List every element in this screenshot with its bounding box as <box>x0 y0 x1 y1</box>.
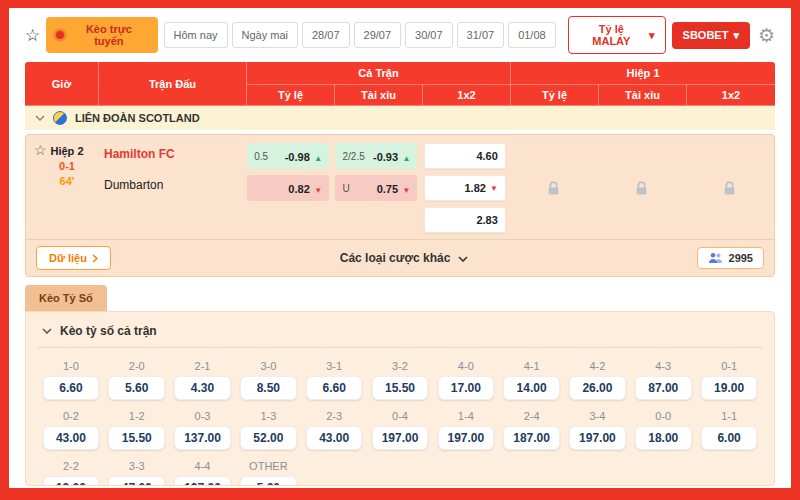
other-bets-toggle[interactable]: Các loại cược khác <box>111 251 697 265</box>
ft-overunder-column: 2/2.5 -0.93 ▲ U 0.75 ▼ <box>332 143 420 233</box>
odds-down-icon: ▼ <box>403 186 411 195</box>
live-odds-button[interactable]: Kèo trực tuyến <box>46 17 157 53</box>
score-odds-button[interactable]: 26.00 <box>569 376 626 400</box>
under-label: U <box>342 183 349 194</box>
chevron-down-icon <box>35 115 45 121</box>
date-tab[interactable]: 30/07 <box>405 22 453 48</box>
score-odds-button[interactable]: 4.30 <box>174 376 231 400</box>
score-odds-button[interactable]: 14.00 <box>503 376 560 400</box>
score-odds-button[interactable]: 5.60 <box>108 376 165 400</box>
score-odds-button[interactable]: 197.00 <box>372 426 429 450</box>
live-odds-label: Kèo trực tuyến <box>70 23 147 47</box>
date-tab[interactable]: 31/07 <box>457 22 505 48</box>
viewers-badge[interactable]: 2995 <box>697 247 764 269</box>
score-odds-button[interactable]: 187.00 <box>503 426 560 450</box>
score-cell: 43.00 <box>301 425 367 454</box>
match-info-column: ☆ Hiệp 2 0-1 64' <box>26 143 98 233</box>
score-label: 2-1 <box>170 354 236 375</box>
bookmaker-dropdown[interactable]: SBOBET ▾ <box>672 22 750 49</box>
tab-correct-score[interactable]: Kèo Tỷ Số <box>25 285 107 311</box>
score-cell: 5.60 <box>235 475 301 486</box>
score-cell <box>565 475 631 486</box>
handicap-home-odds[interactable]: 0.5 -0.98 ▲ <box>247 143 329 169</box>
ft-handicap-column: 0.5 -0.98 ▲ 0.82 ▼ <box>244 143 332 233</box>
score-cell: 197.00 <box>170 475 236 486</box>
lock-icon <box>633 180 650 197</box>
score-label: 1-4 <box>433 404 499 425</box>
score-cell: 8.50 <box>235 375 301 404</box>
under-odds[interactable]: U 0.75 ▼ <box>335 175 417 201</box>
score-odds-button[interactable]: 6.60 <box>43 376 100 400</box>
bookmaker-label: SBOBET <box>683 29 729 41</box>
header-h1-handicap: Tỷ lệ <box>511 85 599 106</box>
score-odds-button[interactable]: 137.00 <box>174 426 231 450</box>
score-cell: 15.50 <box>367 375 433 404</box>
score-odds-button[interactable]: 18.00 <box>635 426 692 450</box>
over-odds[interactable]: 2/2.5 -0.93 ▲ <box>335 143 417 169</box>
score-odds-button[interactable]: 47.00 <box>108 476 165 486</box>
chevron-down-icon <box>42 328 52 334</box>
score-odds-button[interactable]: 87.00 <box>635 376 692 400</box>
date-tab[interactable]: 01/08 <box>508 22 556 48</box>
data-button[interactable]: Dữ liệu <box>36 246 111 270</box>
1x2-away-odds[interactable]: 2.83 <box>424 207 506 233</box>
ft-1x2-column: 4.60 1.82 ▼ 2.83 <box>421 143 509 233</box>
score-odds-button[interactable]: 6.60 <box>306 376 363 400</box>
1x2-draw-odds[interactable]: 1.82 ▼ <box>424 175 506 201</box>
score-cell: 43.00 <box>38 425 104 454</box>
handicap-line: 0.5 <box>254 151 268 162</box>
score-odds-button[interactable]: 19.00 <box>701 376 758 400</box>
handicap-away-odds[interactable]: 0.82 ▼ <box>247 175 329 201</box>
score-odds-button[interactable]: 17.00 <box>438 376 495 400</box>
score-odds-button[interactable]: 12.00 <box>43 476 100 486</box>
score-cell: 14.00 <box>499 375 565 404</box>
teams-column: Hamilton FC Dumbarton <box>98 143 244 233</box>
date-tab[interactable]: 28/07 <box>302 22 350 48</box>
score-odds-button[interactable]: 5.60 <box>240 476 297 486</box>
chevron-down-icon: ▾ <box>733 29 739 42</box>
date-tab[interactable]: Hôm nay <box>164 22 228 48</box>
score-cell: 52.00 <box>235 425 301 454</box>
score-cell: 197.00 <box>565 425 631 454</box>
date-tab[interactable]: Ngày mai <box>232 22 298 48</box>
header-match: Trận Đấu <box>99 62 247 106</box>
date-tabs: Hôm nayNgày mai28/0729/0730/0731/0701/08 <box>164 22 556 48</box>
score-panel-title: Kèo tỷ số cả trận <box>60 324 157 338</box>
score-odds-button[interactable]: 43.00 <box>43 426 100 450</box>
match-favorite-star-icon[interactable]: ☆ <box>34 143 47 157</box>
odds-format-dropdown[interactable]: Tỷ lệ MALAY ▾ <box>568 16 666 54</box>
1x2-home-odds[interactable]: 4.60 <box>424 143 506 169</box>
league-row[interactable]: LIÊN ĐOÀN SCOTLAND <box>25 106 775 130</box>
score-cell <box>433 475 499 486</box>
score-odds-button[interactable]: 43.00 <box>306 426 363 450</box>
score-label <box>499 454 565 475</box>
score-odds-button[interactable]: 197.00 <box>438 426 495 450</box>
match-panel-footer: Dữ liệu Các loại cược khác 2995 <box>26 239 774 276</box>
score-label: 4-1 <box>499 354 565 375</box>
score-label: 3-0 <box>235 354 301 375</box>
date-tab[interactable]: 29/07 <box>354 22 402 48</box>
lock-icon <box>721 180 738 197</box>
score-cell <box>367 475 433 486</box>
toolbar: ☆ Kèo trực tuyến Hôm nayNgày mai28/0729/… <box>9 8 791 60</box>
score-odds-button[interactable]: 52.00 <box>240 426 297 450</box>
chevron-right-icon <box>92 254 98 263</box>
viewers-count: 2995 <box>729 252 753 264</box>
overunder-line: 2/2.5 <box>342 151 364 162</box>
score-panel-header[interactable]: Kèo tỷ số cả trận <box>38 320 762 348</box>
score-odds-button[interactable]: 197.00 <box>569 426 626 450</box>
score-cell: 187.00 <box>499 425 565 454</box>
score-odds-button[interactable]: 197.00 <box>174 476 231 486</box>
favorites-star-icon[interactable]: ☆ <box>25 27 40 44</box>
score-odds-button[interactable]: 15.50 <box>108 426 165 450</box>
header-full-time: Cả Trận <box>247 62 511 85</box>
score-label: 4-2 <box>565 354 631 375</box>
match-minute: 64' <box>60 175 75 187</box>
score-label: 4-3 <box>630 354 696 375</box>
settings-gear-icon[interactable]: ⚙ <box>758 26 775 45</box>
away-team-name: Dumbarton <box>104 178 244 192</box>
score-odds-button[interactable]: 15.50 <box>372 376 429 400</box>
handicap-away-value: 0.82 <box>288 183 309 195</box>
score-odds-button[interactable]: 6.00 <box>701 426 758 450</box>
score-odds-button[interactable]: 8.50 <box>240 376 297 400</box>
